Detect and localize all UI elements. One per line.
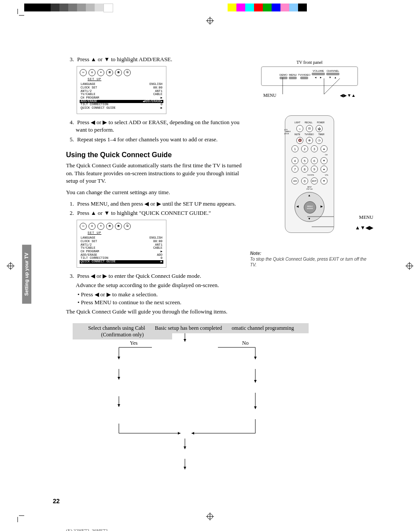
flow-box: Basic setup has been completed	[145, 323, 232, 333]
numpad-button: 7	[291, 166, 298, 173]
step-3: 3. Press ▲ or ▼ to highlight ADD/ERASE.	[66, 55, 242, 63]
osd-label-highlighted: QUICK CONNECT GUIDE	[81, 260, 116, 264]
section-tab: Setting up your TV	[22, 245, 31, 304]
ch-down-icon: ▼	[321, 157, 328, 164]
remote-label: LIGHT	[295, 122, 300, 124]
remote-label: POWER	[317, 122, 324, 124]
bullet: • Press MENU to continue to the next scr…	[66, 299, 242, 306]
qcg-step-2: 2. Press ▲ or ▼ to highlight "QUICK CONN…	[66, 209, 242, 217]
paragraph: The Quick Connect Guide automatically st…	[66, 162, 242, 185]
paragraph: The Quick Connect Guide will guide you t…	[66, 308, 242, 316]
note-body: To stop the Quick Connect Guide, press E…	[250, 256, 369, 268]
leader-lines	[262, 77, 354, 94]
section-heading: Using the Quick Connect Guide	[66, 151, 242, 159]
osd-title: SET UP	[88, 232, 163, 235]
osd-tab-icon: ◎	[88, 69, 96, 76]
front-panel-diagram: DEMO MENU TV/VIDEO VOLUME◂ ▸ CHANNEL▾ ▴	[261, 66, 358, 86]
print-color-bar	[24, 4, 420, 11]
numpad-button: 1	[291, 145, 298, 152]
vol-label: VOL	[325, 174, 328, 176]
side-label: VCR	[285, 133, 289, 135]
fp-button-label: MENU	[289, 74, 297, 76]
flow-arrows	[66, 323, 313, 486]
osd-tab-icon: ▤	[106, 223, 113, 230]
osd-tab-icon: ▤	[106, 69, 113, 76]
menu-enter-button: MENU/ ENTER	[304, 201, 316, 214]
osd-tab-icon: ✶	[97, 69, 104, 76]
ch-label: CH	[288, 154, 328, 156]
ch-up-icon: ▲	[321, 145, 328, 152]
osd-value: ADD/ERASE	[144, 100, 161, 103]
osd-tab-icon: ▭	[80, 223, 87, 230]
note-title: Note:	[250, 251, 369, 256]
osd-tab-icon: ✶	[97, 223, 104, 230]
flow-label-no: No	[242, 340, 249, 347]
step-5: 5. Repeat steps 1–4 for other channels y…	[66, 136, 242, 144]
qcg-step-1: 1. Press MENU, and then press ◀ or ▶ unt…	[66, 200, 242, 208]
chrtn-label: CH RTN	[307, 174, 314, 176]
bullet-text: Press MENU to continue to the next scree…	[81, 299, 181, 306]
mute-button-icon: 🔇	[296, 137, 303, 144]
step-4: 4. Press ◀ or ▶ to select ADD or ERASE, …	[66, 118, 242, 134]
nav-left-icon: ◀	[296, 205, 298, 208]
osd-value: ▶	[161, 107, 162, 110]
step-subtext: Advance the setup according to the guide…	[66, 281, 242, 289]
fp-button-label: TV/VIDEO	[298, 74, 310, 76]
step-text: Press ◀ or ▶ to select ADD or ERASE, dep…	[76, 119, 239, 133]
fp-button-label: CHANNEL	[327, 70, 339, 72]
power-button-icon: ⏻	[316, 125, 323, 132]
osd-label: QUICK CONNECT GUIDE	[81, 107, 116, 110]
nav-up-icon: ▲	[308, 194, 311, 197]
note-block: Note: To stop the Quick Connect Guide, p…	[250, 251, 369, 268]
recall-button-icon: ⊟	[306, 125, 313, 132]
vol-up-icon: ▲	[321, 166, 328, 173]
osd-screenshot-qcg: ▭ ◎ ✶ ▤ ▦ ⧉ SET UP LANGUAGEENGLISH CLOCK…	[77, 220, 166, 268]
step-text: Press MENU, and then press ◀ or ▶ until …	[77, 200, 236, 207]
light-button-icon: ☼	[296, 125, 303, 132]
front-panel-title: TV front panel	[250, 60, 369, 65]
footer-code: (E) 32HF72_36HF72	[66, 528, 107, 531]
numpad-button: 3	[311, 145, 318, 152]
numpad-button: 9	[311, 166, 318, 173]
bullet-text: Press ◀ or ▶ to make a selection.	[81, 291, 158, 298]
remote-lead-menu: MENU	[359, 214, 373, 220]
leader-lines	[307, 212, 351, 230]
step-text: Press ▲ or ▼ to highlight "QUICK CONNECT…	[77, 210, 211, 216]
osd-tab-icon: ▭	[80, 69, 87, 76]
numpad-button: 100	[291, 177, 298, 184]
numpad-button: ENT	[311, 177, 318, 184]
tvvideo-button-icon: ⊕	[306, 137, 313, 144]
fp-button-label: VOLUME	[313, 70, 324, 72]
bullet: • Press ◀ or ▶ to make a selection.	[66, 291, 242, 298]
numpad-button: 4	[291, 157, 298, 164]
adv-label: ADV/ PIP CH	[288, 186, 331, 190]
vol-down-icon: ▼	[321, 177, 328, 184]
numpad-button: 8	[301, 166, 308, 173]
remote-label: TV/VIDEO	[305, 133, 314, 136]
numpad-button: 2	[301, 145, 308, 152]
remote-lead-arrows: ▲▼◀▶	[355, 225, 373, 231]
paragraph: You can change the current settings any …	[66, 188, 242, 196]
main-content: 3. Press ▲ or ▼ to highlight ADD/ERASE. …	[66, 55, 242, 319]
osd-value: ▶	[161, 260, 162, 264]
sidebar-illustrations: TV front panel DEMO MENU TV/VIDEO VOLUME…	[250, 55, 369, 319]
remote-label: RECALL	[305, 122, 313, 124]
osd-value: ▶	[161, 96, 162, 100]
nav-right-icon: ▶	[321, 205, 323, 208]
osd-tab-icon: ⧉	[124, 69, 131, 76]
osd-tab-icon: ⧉	[124, 223, 131, 230]
step-text: Press ◀ or ▶ to enter the Quick Connect …	[77, 273, 201, 279]
numpad-button: 6	[311, 157, 318, 164]
page-number: 22	[53, 498, 60, 505]
flowchart: On-screen display language selection Cab…	[66, 323, 313, 486]
remote-label: TIMER	[318, 133, 324, 136]
qcg-step-3: 3. Press ◀ or ▶ to enter the Quick Conne…	[66, 272, 242, 280]
step-text: Repeat steps 1–4 for other channels you …	[77, 136, 217, 143]
osd-title: SET UP	[88, 78, 163, 81]
osd-screenshot-add-erase: ▭ ◎ ✶ ▤ ▦ ⧉ SET UP LANGUAGEENGLISH CLOCK…	[77, 66, 166, 114]
numpad-button: 0	[301, 177, 308, 184]
timer-button-icon: ◷	[316, 137, 323, 144]
osd-tab-icon: ◎	[88, 223, 96, 230]
flow-label-yes: Yes	[130, 340, 137, 347]
numpad-button: 5	[301, 157, 308, 164]
